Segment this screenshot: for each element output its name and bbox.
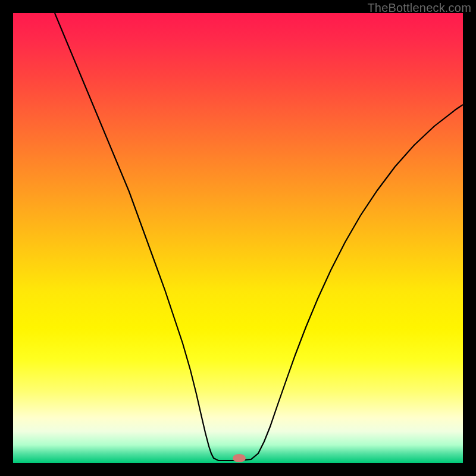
plot-area [13,13,463,463]
chart-frame: TheBottleneck.com [0,0,476,476]
watermark-text: TheBottleneck.com [367,1,471,15]
optimal-point-marker [233,454,246,462]
bottleneck-curve [13,13,463,463]
